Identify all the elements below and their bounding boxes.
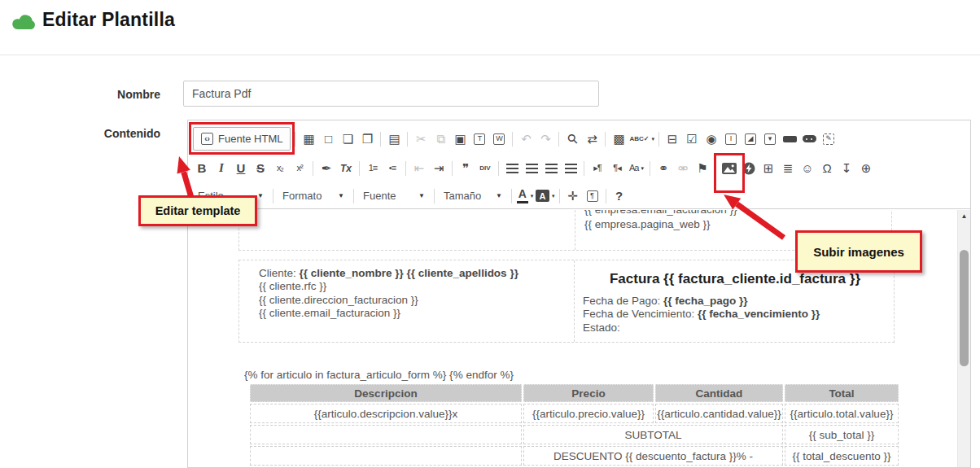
table-icon[interactable]: ⊞ bbox=[759, 158, 777, 178]
text-color-icon[interactable]: A▾ bbox=[516, 186, 534, 206]
bold-icon[interactable]: B bbox=[193, 158, 211, 178]
decrease-indent-icon[interactable]: ⇤ bbox=[410, 158, 428, 178]
toolbar-separator bbox=[407, 132, 408, 147]
numbered-list-icon[interactable]: 1≡ bbox=[364, 158, 382, 178]
estado-line: Estado: bbox=[583, 321, 895, 335]
remove-format-icon[interactable]: Tx bbox=[337, 158, 355, 178]
scrollbar[interactable]: ▲ bbox=[957, 210, 970, 467]
cloud-icon bbox=[11, 12, 37, 33]
toolbar-separator bbox=[512, 132, 513, 147]
spellcheck-icon[interactable]: ABC✓▾ bbox=[629, 129, 654, 149]
superscript-icon[interactable]: x² bbox=[291, 158, 308, 178]
cut-icon[interactable]: ✂ bbox=[412, 129, 430, 149]
cliente-rfc-line: {{ cliente.rfc }} bbox=[259, 280, 518, 293]
header-divider bbox=[0, 55, 980, 55]
toolbar-row: ‹›Fuente HTML▦□❏❐▤✂⧉▣TW↶↷⚲⇄▩ABC✓▾⊟☑◉I◢▾✎ bbox=[188, 124, 970, 154]
text-direction-ltr-icon[interactable]: ▸¶ bbox=[588, 158, 606, 178]
paste-icon[interactable]: ▣ bbox=[451, 129, 469, 149]
strikethrough-icon[interactable]: S bbox=[252, 158, 269, 178]
toolbar-separator bbox=[605, 132, 606, 147]
cell-empty bbox=[250, 425, 522, 444]
show-blocks-icon[interactable]: ¶ bbox=[584, 186, 602, 206]
table-header-row: Descripcion Precio Cantidad Total bbox=[250, 384, 899, 402]
radio-icon[interactable]: ◉ bbox=[702, 129, 720, 149]
smiley-icon[interactable]: ☺ bbox=[798, 158, 816, 178]
align-left-icon[interactable] bbox=[503, 158, 521, 178]
div-container-icon[interactable]: DIV bbox=[476, 158, 494, 178]
cell-cantidad: {{articulo.cantidad.value}} bbox=[655, 404, 783, 423]
size-combo[interactable]: Tamaño▼ bbox=[439, 186, 507, 206]
print-icon[interactable]: ❐ bbox=[358, 129, 376, 149]
scrollbar-up-arrow[interactable]: ▲ bbox=[958, 212, 970, 220]
align-justify-icon[interactable] bbox=[562, 158, 580, 178]
text-field-icon[interactable]: I bbox=[722, 129, 740, 149]
background-color-icon[interactable]: A▾ bbox=[536, 186, 555, 206]
underline-icon[interactable]: U bbox=[232, 158, 250, 178]
hidden-field-icon[interactable]: ✎ bbox=[820, 129, 838, 149]
undo-icon[interactable]: ↶ bbox=[517, 129, 535, 149]
toolbar: ‹›Fuente HTML▦□❏❐▤✂⧉▣TW↶↷⚲⇄▩ABC✓▾⊟☑◉I◢▾✎… bbox=[188, 120, 970, 209]
toolbar-separator bbox=[558, 132, 559, 147]
bulleted-list-icon[interactable]: •≡ bbox=[383, 158, 401, 178]
table-row-subtotal: SUBTOTAL {{ sub_total }} bbox=[250, 425, 899, 444]
horizontal-rule-icon[interactable]: ≣ bbox=[779, 158, 797, 178]
toolbar-row: BIUSx₂x²✒Tx1≡•≡⇤⇥❞DIV▸¶¶◂Aa▾⚭⚮⚑⊞≣☺Ω↧⊕ bbox=[188, 154, 970, 182]
anchor-icon[interactable]: ⚑ bbox=[693, 158, 711, 178]
text-direction-rtl-icon[interactable]: ¶◂ bbox=[608, 158, 626, 178]
language-icon[interactable]: Aa▾ bbox=[628, 158, 645, 178]
toolbar-separator bbox=[313, 161, 313, 176]
form-icon[interactable]: ⊟ bbox=[663, 129, 681, 149]
paste-text-icon[interactable]: T bbox=[470, 129, 488, 149]
select-field-icon[interactable]: ▾ bbox=[761, 129, 779, 149]
special-character-icon[interactable]: Ω bbox=[818, 158, 836, 178]
image-button-icon[interactable] bbox=[800, 129, 818, 149]
toolbar-separator bbox=[273, 189, 273, 203]
cliente-email-line: {{ cliente.email_facturacion }} bbox=[259, 307, 518, 320]
col-precio: Precio bbox=[523, 384, 654, 402]
col-descripcion: Descripcion bbox=[250, 384, 522, 402]
copy-formatting-icon[interactable]: ✒ bbox=[317, 158, 335, 178]
button-icon[interactable] bbox=[781, 129, 798, 149]
templates-icon[interactable]: ▤ bbox=[385, 129, 403, 149]
preview-icon[interactable]: ❏ bbox=[339, 129, 357, 149]
iframe-icon[interactable]: ⊕ bbox=[857, 158, 875, 178]
italic-icon[interactable]: I bbox=[212, 158, 230, 178]
cliente-cell: Cliente: {{ cliente_nombre }} {{ cliente… bbox=[259, 267, 518, 321]
select-all-icon[interactable]: ▩ bbox=[610, 129, 628, 149]
toolbar-separator bbox=[295, 132, 295, 147]
highlight-box-fuente-html bbox=[189, 122, 295, 155]
find-icon[interactable]: ⚲ bbox=[563, 129, 581, 149]
unlink-icon[interactable]: ⚮ bbox=[674, 158, 692, 178]
toolbar-separator bbox=[584, 161, 584, 176]
checkbox-icon[interactable]: ☑ bbox=[683, 129, 701, 149]
col-total: Total bbox=[785, 384, 899, 402]
cell-descripcion: {{articulo.descripcion.value}}x bbox=[250, 404, 522, 423]
font-combo[interactable]: Fuente▼ bbox=[358, 186, 430, 206]
about-icon[interactable]: ? bbox=[610, 186, 628, 206]
new-page-icon[interactable]: □ bbox=[319, 129, 337, 149]
cell-precio: {{articulo.precio.value}} bbox=[523, 404, 654, 423]
save-icon[interactable]: ▦ bbox=[300, 129, 317, 149]
fecha-pago-line: Fecha de Pago: {{ fecha_pago }} bbox=[583, 295, 895, 308]
maximize-icon[interactable]: ✛ bbox=[564, 186, 582, 206]
textarea-icon[interactable]: ◢ bbox=[742, 129, 759, 149]
nombre-input[interactable] bbox=[183, 81, 599, 107]
page-break-icon[interactable]: ↧ bbox=[838, 158, 855, 178]
template-loop-line: {% for articulo in factura_articulo_form… bbox=[244, 369, 514, 381]
subscript-icon[interactable]: x₂ bbox=[271, 158, 289, 178]
replace-icon[interactable]: ⇄ bbox=[583, 129, 601, 149]
increase-indent-icon[interactable]: ⇥ bbox=[430, 158, 448, 178]
align-right-icon[interactable] bbox=[542, 158, 560, 178]
format-combo[interactable]: Formato▼ bbox=[278, 186, 349, 206]
redo-icon[interactable]: ↷ bbox=[536, 129, 554, 149]
align-center-icon[interactable] bbox=[523, 158, 540, 178]
cell-empty bbox=[250, 446, 522, 466]
paste-word-icon[interactable]: W bbox=[490, 129, 508, 149]
copy-icon[interactable]: ⧉ bbox=[431, 129, 449, 149]
cliente-direccion-line: {{ cliente.direccion_facturacion }} bbox=[259, 294, 518, 307]
toolbar-separator bbox=[353, 189, 354, 203]
link-icon[interactable]: ⚭ bbox=[654, 158, 672, 178]
blockquote-icon[interactable]: ❞ bbox=[457, 158, 475, 178]
fecha-vencimiento-line: Fecha de Vencimiento: {{ fecha_vencimien… bbox=[583, 308, 895, 321]
scrollbar-thumb[interactable] bbox=[960, 250, 969, 366]
